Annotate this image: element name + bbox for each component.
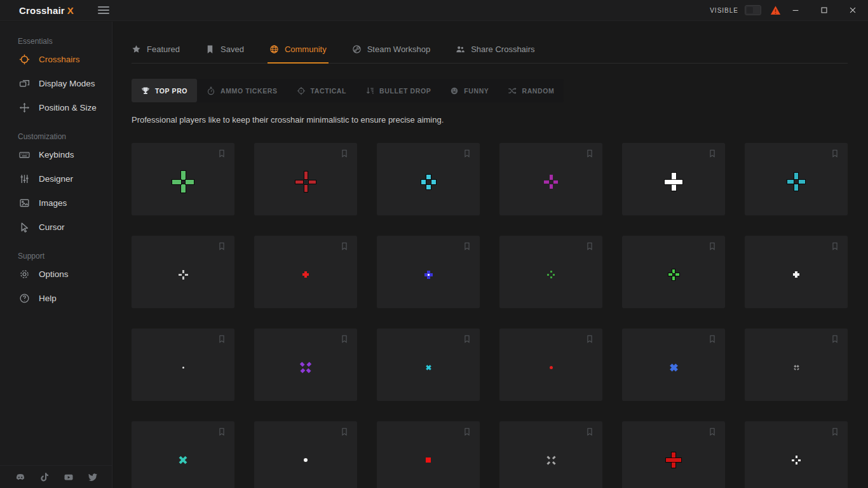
crosshair-preview-area bbox=[745, 421, 848, 488]
sidebar-item-display-modes[interactable]: Display Modes bbox=[0, 71, 112, 95]
trophy-icon bbox=[141, 86, 150, 95]
crosshair-card[interactable] bbox=[377, 143, 480, 215]
youtube-icon[interactable] bbox=[64, 472, 74, 482]
filter-bar: TOP PROAMMO TICKERSTACTICALBULLET DROPFU… bbox=[132, 79, 564, 102]
tab-steam-workshop[interactable]: Steam Workshop bbox=[352, 35, 430, 63]
crosshair-card[interactable] bbox=[377, 236, 480, 308]
crosshair-card[interactable] bbox=[745, 421, 848, 488]
image-icon bbox=[19, 198, 30, 208]
crosshair-card[interactable] bbox=[622, 329, 725, 401]
app-window: CrosshairX VISIBLE EssentialsCrosshairsD… bbox=[0, 0, 868, 488]
tab-label: Community bbox=[285, 44, 327, 54]
sliders-icon bbox=[19, 173, 30, 184]
crosshair-card[interactable] bbox=[499, 421, 602, 488]
crosshair-preview bbox=[426, 458, 431, 463]
minimize-button[interactable] bbox=[781, 0, 810, 21]
crosshair-card[interactable] bbox=[377, 421, 480, 488]
tab-community[interactable]: Community bbox=[269, 35, 327, 63]
crosshair-preview bbox=[304, 458, 308, 462]
keyboard-icon bbox=[19, 149, 30, 160]
crosshair-preview-area bbox=[254, 236, 357, 308]
filter-ammo-tickers[interactable]: AMMO TICKERS bbox=[197, 79, 287, 102]
tab-saved[interactable]: Saved bbox=[205, 35, 244, 63]
crosshair-preview-area bbox=[745, 236, 848, 308]
crosshair-card[interactable] bbox=[499, 236, 602, 308]
bullet-drop-icon bbox=[365, 86, 374, 95]
crosshair-grid bbox=[132, 143, 848, 488]
sidebar-item-cursor[interactable]: Cursor bbox=[0, 215, 112, 239]
crosshair-card[interactable] bbox=[132, 236, 234, 308]
sidebar-item-crosshairs[interactable]: Crosshairs bbox=[0, 47, 112, 71]
sidebar-item-position-size[interactable]: Position & Size bbox=[0, 95, 112, 119]
crosshair-card[interactable] bbox=[745, 143, 848, 215]
crosshair-preview-area bbox=[499, 421, 602, 488]
twitter-icon[interactable] bbox=[88, 472, 98, 482]
crosshair-card[interactable] bbox=[622, 421, 725, 488]
crosshair-card[interactable] bbox=[499, 329, 602, 401]
crosshair-preview bbox=[547, 271, 555, 278]
crosshair-preview bbox=[665, 173, 682, 191]
warning-icon[interactable] bbox=[770, 5, 781, 16]
sidebar-item-label: Help bbox=[39, 294, 57, 303]
help-icon bbox=[19, 293, 30, 304]
tab-featured[interactable]: Featured bbox=[132, 35, 180, 63]
crosshair-preview bbox=[668, 362, 679, 373]
crosshair-card[interactable] bbox=[132, 143, 234, 215]
app-name: Crosshair bbox=[19, 5, 65, 16]
filter-bullet-drop[interactable]: BULLET DROP bbox=[356, 79, 440, 102]
sidebar-item-label: Crosshairs bbox=[39, 55, 80, 64]
filter-label: BULLET DROP bbox=[379, 87, 431, 95]
sidebar-item-designer[interactable]: Designer bbox=[0, 166, 112, 191]
crosshair-preview-area bbox=[499, 329, 602, 401]
visible-label: VISIBLE bbox=[710, 7, 738, 14]
tiktok-icon[interactable] bbox=[39, 472, 50, 482]
crosshair-preview-area bbox=[622, 421, 725, 488]
maximize-button[interactable] bbox=[810, 0, 838, 21]
discord-icon[interactable] bbox=[15, 472, 25, 482]
crosshair-preview bbox=[668, 269, 679, 280]
minimize-icon bbox=[791, 6, 800, 15]
sidebar-item-images[interactable]: Images bbox=[0, 191, 112, 215]
crosshair-card[interactable] bbox=[499, 143, 602, 215]
sidebar-item-help[interactable]: Help bbox=[0, 286, 112, 310]
crosshair-card[interactable] bbox=[132, 421, 234, 488]
sidebar-item-options[interactable]: Options bbox=[0, 262, 112, 286]
crosshair-preview bbox=[424, 363, 433, 372]
crosshair-card[interactable] bbox=[254, 236, 357, 308]
crosshair-card[interactable] bbox=[622, 236, 725, 308]
visibility-toggle[interactable] bbox=[745, 5, 761, 15]
crosshair-card[interactable] bbox=[745, 329, 848, 401]
sidebar-item-label: Designer bbox=[39, 174, 73, 184]
crosshair-card[interactable] bbox=[254, 329, 357, 401]
sidebar-item-keybinds[interactable]: Keybinds bbox=[0, 142, 112, 166]
filter-top-pro[interactable]: TOP PRO bbox=[132, 79, 197, 102]
filter-label: RANDOM bbox=[522, 87, 554, 95]
filter-random[interactable]: RANDOM bbox=[498, 79, 564, 102]
gear-icon bbox=[19, 269, 30, 280]
tab-share-crosshairs[interactable]: Share Crosshairs bbox=[456, 35, 534, 63]
sidebar-item-label: Images bbox=[39, 198, 67, 208]
crosshair-card[interactable] bbox=[745, 236, 848, 308]
crosshair-card[interactable] bbox=[254, 421, 357, 488]
smiley-icon bbox=[450, 86, 459, 95]
sidebar: EssentialsCrosshairsDisplay ModesPositio… bbox=[0, 22, 112, 488]
sidebar-nav: EssentialsCrosshairsDisplay ModesPositio… bbox=[0, 37, 112, 310]
menu-icon[interactable] bbox=[98, 6, 109, 14]
crosshair-preview bbox=[666, 452, 681, 468]
crosshair-card[interactable] bbox=[622, 143, 725, 215]
maximize-icon bbox=[820, 6, 829, 15]
crosshair-card[interactable] bbox=[377, 329, 480, 401]
crosshair-preview-area bbox=[132, 236, 234, 308]
crosshair-preview bbox=[792, 456, 801, 464]
close-icon bbox=[848, 6, 857, 15]
tab-label: Share Crosshairs bbox=[471, 44, 534, 54]
crosshair-preview-area bbox=[254, 329, 357, 401]
people-icon bbox=[456, 44, 465, 54]
star-icon bbox=[132, 44, 141, 54]
filter-tactical[interactable]: TACTICAL bbox=[287, 79, 356, 102]
crosshair-card[interactable] bbox=[254, 143, 357, 215]
shuffle-icon bbox=[508, 86, 517, 95]
filter-funny[interactable]: FUNNY bbox=[440, 79, 498, 102]
close-button[interactable] bbox=[838, 0, 867, 21]
crosshair-card[interactable] bbox=[132, 329, 234, 401]
